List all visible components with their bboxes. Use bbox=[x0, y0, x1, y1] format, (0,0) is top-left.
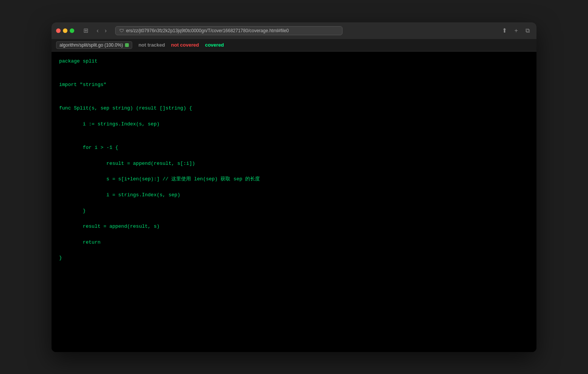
maximize-button[interactable] bbox=[70, 28, 74, 33]
close-button[interactable] bbox=[56, 28, 61, 33]
file-badge: algorithm/split/split.go (100.0%) bbox=[56, 41, 132, 49]
toolbar-right: ⬆ + ⧉ bbox=[500, 26, 532, 35]
legend-not-covered: not covered bbox=[171, 42, 199, 48]
code-block: package split import "strings" func Spli… bbox=[59, 58, 529, 271]
sidebar-toggle-button[interactable]: ⊞ bbox=[80, 26, 91, 35]
minimize-button[interactable] bbox=[63, 28, 67, 33]
code-area: package split import "strings" func Spli… bbox=[52, 52, 536, 352]
legend-covered: covered bbox=[205, 42, 224, 48]
code-line: } bbox=[59, 254, 529, 262]
coverage-bar: algorithm/split/split.go (100.0%) not tr… bbox=[52, 39, 536, 52]
nav-buttons: ‹ › bbox=[94, 27, 109, 35]
shield-icon: 🛡 bbox=[119, 28, 124, 33]
code-line: i = strings.Index(s, sep) bbox=[59, 191, 529, 199]
code-line: s = s[i+len(sep):] // 这里使用 len(sep) 获取 s… bbox=[59, 175, 529, 183]
browser-window: ⊞ ‹ › 🛡 ers/zz/jt07976n3fz2k2p13jq9t0tc0… bbox=[52, 22, 536, 352]
title-bar: ⊞ ‹ › 🛡 ers/zz/jt07976n3fz2k2p13jq9t0tc0… bbox=[52, 22, 536, 39]
back-button[interactable]: ‹ bbox=[94, 27, 101, 35]
forward-button[interactable]: › bbox=[102, 27, 109, 35]
code-line: func Split(s, sep string) (result []stri… bbox=[59, 105, 529, 113]
new-tab-button[interactable]: + bbox=[512, 27, 520, 35]
code-line: } bbox=[59, 207, 529, 215]
code-line: import "strings" bbox=[59, 81, 529, 89]
url-text: ers/zz/jt07976n3fz2k2p13jq9t0tc0000gn/T/… bbox=[126, 28, 289, 33]
legend-not-tracked: not tracked bbox=[138, 42, 165, 48]
code-line: for i > -1 { bbox=[59, 144, 529, 152]
code-line: package split bbox=[59, 58, 529, 66]
address-bar[interactable]: 🛡 ers/zz/jt07976n3fz2k2p13jq9t0tc0000gn/… bbox=[115, 26, 342, 35]
code-line: result = append(result, s[:i]) bbox=[59, 160, 529, 168]
code-line: result = append(result, s) bbox=[59, 223, 529, 231]
duplicate-button[interactable]: ⧉ bbox=[523, 27, 532, 35]
code-line: i := strings.Index(s, sep) bbox=[59, 120, 529, 128]
coverage-indicator-icon bbox=[125, 43, 129, 47]
share-button[interactable]: ⬆ bbox=[500, 26, 509, 35]
code-line: return bbox=[59, 239, 529, 247]
file-label: algorithm/split/split.go (100.0%) bbox=[59, 42, 123, 48]
traffic-lights bbox=[56, 28, 74, 33]
